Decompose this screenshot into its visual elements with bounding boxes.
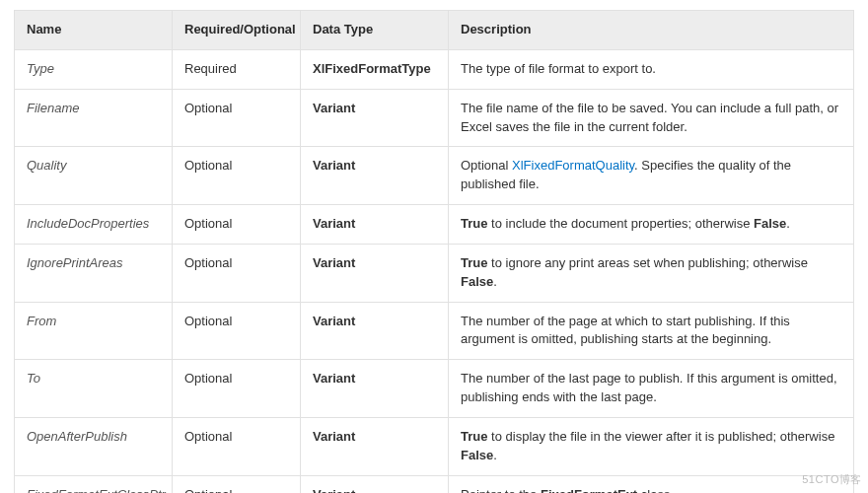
desc-text: The number of the last page to publish. … bbox=[461, 371, 837, 404]
param-description: The number of the last page to publish. … bbox=[449, 360, 854, 418]
table-row: OpenAfterPublishOptionalVariantTrue to d… bbox=[15, 417, 854, 475]
desc-text: The number of the page at which to start… bbox=[461, 314, 790, 347]
table-header-row: Name Required/Optional Data Type Descrip… bbox=[15, 11, 854, 50]
param-name: To bbox=[15, 360, 173, 418]
param-description: Optional XlFixedFormatQuality. Specifies… bbox=[449, 147, 854, 205]
param-name: FixedFormatExtClassPtr bbox=[15, 475, 173, 493]
param-datatype: XlFixedFormatType bbox=[301, 49, 449, 89]
desc-text: The file name of the file to be saved. Y… bbox=[461, 101, 838, 134]
param-name: IncludeDocProperties bbox=[15, 205, 173, 245]
param-datatype: Variant bbox=[301, 147, 449, 205]
keyword: False bbox=[754, 216, 786, 231]
param-name: From bbox=[15, 302, 173, 360]
param-required: Optional bbox=[173, 360, 301, 418]
param-name: OpenAfterPublish bbox=[15, 417, 173, 475]
desc-text: Pointer to the bbox=[461, 487, 541, 493]
desc-text: . bbox=[786, 216, 790, 231]
desc-text: . bbox=[493, 274, 497, 289]
param-name: Type bbox=[15, 49, 173, 89]
desc-text: to include the document properties; othe… bbox=[487, 216, 754, 231]
desc-text: to ignore any print areas set when publi… bbox=[487, 255, 807, 270]
param-required: Optional bbox=[173, 89, 301, 147]
keyword: False bbox=[461, 448, 493, 462]
watermark-text: 51CTO博客 bbox=[802, 472, 862, 487]
param-name: IgnorePrintAreas bbox=[15, 244, 173, 302]
table-row: IgnorePrintAreasOptionalVariantTrue to i… bbox=[15, 244, 854, 302]
param-datatype: Variant bbox=[301, 89, 449, 147]
desc-text: to display the file in the viewer after … bbox=[487, 429, 834, 444]
table-row: ToOptionalVariantThe number of the last … bbox=[15, 360, 854, 418]
keyword: True bbox=[461, 216, 487, 231]
col-header-name: Name bbox=[15, 11, 173, 50]
param-datatype: Variant bbox=[301, 360, 449, 418]
param-required: Required bbox=[173, 49, 301, 89]
desc-text: class. bbox=[637, 487, 674, 493]
param-required: Optional bbox=[173, 475, 301, 493]
desc-text: . bbox=[493, 448, 497, 462]
param-datatype: Variant bbox=[301, 244, 449, 302]
param-required: Optional bbox=[173, 147, 301, 205]
table-body: TypeRequiredXlFixedFormatTypeThe type of… bbox=[15, 49, 854, 493]
param-name: Filename bbox=[15, 89, 173, 147]
param-description: The type of file format to export to. bbox=[449, 49, 854, 89]
param-required: Optional bbox=[173, 244, 301, 302]
col-header-datatype: Data Type bbox=[301, 11, 449, 50]
table-row: TypeRequiredXlFixedFormatTypeThe type of… bbox=[15, 49, 854, 89]
param-description: The number of the page at which to start… bbox=[449, 302, 854, 360]
col-header-required: Required/Optional bbox=[173, 11, 301, 50]
parameters-table: Name Required/Optional Data Type Descrip… bbox=[14, 10, 854, 493]
desc-text: Optional bbox=[461, 158, 512, 173]
table-row: QualityOptionalVariantOptional XlFixedFo… bbox=[15, 147, 854, 205]
col-header-description: Description bbox=[449, 11, 854, 50]
param-description: True to include the document properties;… bbox=[449, 205, 854, 245]
param-description: True to ignore any print areas set when … bbox=[449, 244, 854, 302]
param-description: The file name of the file to be saved. Y… bbox=[449, 89, 854, 147]
param-name: Quality bbox=[15, 147, 173, 205]
param-description: Pointer to the FixedFormatExt class. bbox=[449, 475, 854, 493]
table-row: FixedFormatExtClassPtrOptionalVariantPoi… bbox=[15, 475, 854, 493]
keyword: True bbox=[461, 429, 487, 444]
param-required: Optional bbox=[173, 302, 301, 360]
doc-link[interactable]: XlFixedFormatQuality bbox=[512, 158, 634, 173]
table-row: IncludeDocPropertiesOptionalVariantTrue … bbox=[15, 205, 854, 245]
param-description: True to display the file in the viewer a… bbox=[449, 417, 854, 475]
keyword: FixedFormatExt bbox=[541, 487, 637, 493]
param-datatype: Variant bbox=[301, 205, 449, 245]
param-datatype: Variant bbox=[301, 475, 449, 493]
param-datatype: Variant bbox=[301, 302, 449, 360]
param-datatype: Variant bbox=[301, 417, 449, 475]
param-required: Optional bbox=[173, 205, 301, 245]
table-row: FilenameOptionalVariantThe file name of … bbox=[15, 89, 854, 147]
table-row: FromOptionalVariantThe number of the pag… bbox=[15, 302, 854, 360]
param-required: Optional bbox=[173, 417, 301, 475]
keyword: True bbox=[461, 255, 487, 270]
desc-text: The type of file format to export to. bbox=[461, 61, 656, 76]
keyword: False bbox=[461, 274, 493, 289]
